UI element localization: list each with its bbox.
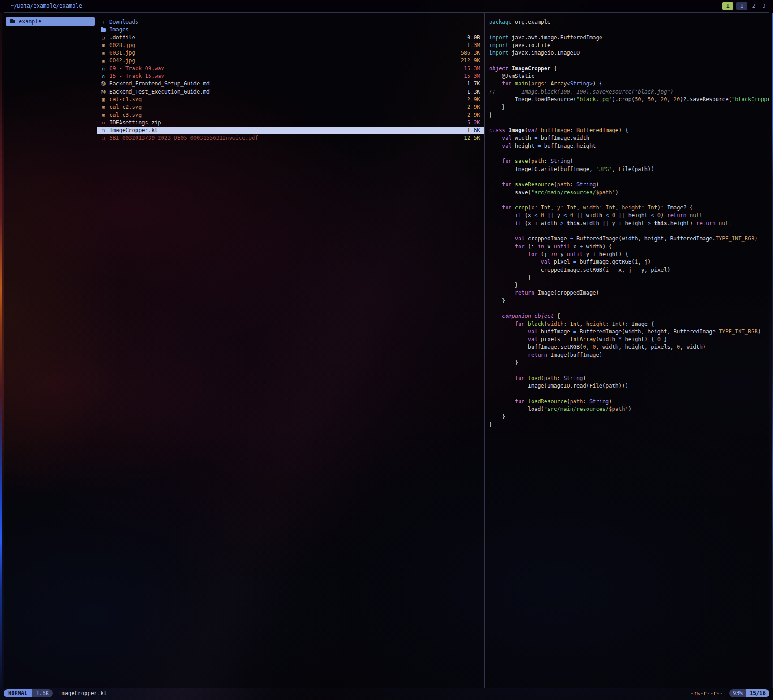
tab-2[interactable]: 1 bbox=[736, 2, 747, 10]
code-line: val pixel = buffImage.getRGB(i, j) bbox=[489, 258, 769, 266]
code-line: save("src/main/resources/$path") bbox=[489, 189, 769, 196]
top-bar: ~/Data/example/example 1123 bbox=[0, 0, 773, 12]
file-name: Downloads bbox=[109, 18, 138, 26]
code-line: } bbox=[489, 111, 769, 119]
file-name: 0042.jpg bbox=[109, 57, 135, 64]
mode-indicator: NORMAL bbox=[4, 689, 32, 697]
code-line: // Image.black(100, 100).saveResource("b… bbox=[489, 88, 769, 96]
status-left: NORMAL 1.6K ImageCropper.kt bbox=[4, 689, 107, 697]
code-line: class Image(val buffImage: BufferedImage… bbox=[489, 127, 769, 134]
file-size: 2.9K bbox=[467, 96, 480, 103]
file-row[interactable]: ⓂBackend_Frontend_Setup_Guide.md1.7K bbox=[97, 80, 484, 88]
code-line: } bbox=[489, 297, 769, 305]
code-line bbox=[489, 57, 769, 64]
file-size: 2.9K bbox=[467, 103, 480, 111]
file-row[interactable]: ▣cal-c2.svg2.9K bbox=[97, 103, 484, 111]
pdf-icon: ❏ bbox=[100, 134, 106, 142]
file-row[interactable]: ▣cal-c3.svg2.9K bbox=[97, 111, 484, 119]
file-name: 09 - Track 09.wav bbox=[109, 65, 164, 73]
code-line: package org.example bbox=[489, 18, 769, 26]
file-row[interactable]: ▣0031.jpg586.3K bbox=[97, 49, 484, 57]
code-line bbox=[489, 119, 769, 127]
image-icon: ▣ bbox=[100, 96, 106, 103]
code-line bbox=[489, 196, 769, 204]
code-line: fun crop(x: Int, y: Int, width: Int, hei… bbox=[489, 204, 769, 212]
file-size: 212.9K bbox=[461, 57, 480, 64]
file-size: 15.3M bbox=[464, 73, 480, 80]
file-row[interactable]: ∩15 - Track 15.wav15.3M bbox=[97, 73, 484, 80]
file-row[interactable]: ▣cal-c1.svg2.9K bbox=[97, 96, 484, 103]
file-list: ⇩DownloadsImages❏.dotfile0.0B▣0028.jpg1.… bbox=[97, 13, 484, 142]
code-line: Image.loadResource("black.jpg").crop(50,… bbox=[489, 96, 769, 103]
file-name: Backend_Test_Execution_Guide.md bbox=[109, 88, 210, 96]
code-line: val pixels = IntArray(width * height) { … bbox=[489, 336, 769, 343]
code-line bbox=[489, 150, 769, 158]
file-row[interactable]: Images bbox=[97, 26, 484, 34]
code-line: val buffImage = BufferedImage(width, hei… bbox=[489, 328, 769, 336]
code-line bbox=[489, 390, 769, 397]
code-line: fun save(path: String) = bbox=[489, 158, 769, 165]
code-line: ImageIO.write(buffImage, "JPG", File(pat… bbox=[489, 166, 769, 173]
file-size: 2.9K bbox=[467, 111, 480, 119]
image-icon: ▣ bbox=[100, 49, 106, 57]
tab-3[interactable]: 2 bbox=[750, 2, 757, 10]
code-line: @JvmStatic bbox=[489, 73, 769, 80]
file-row[interactable]: ∩09 - Track 09.wav15.3M bbox=[97, 65, 484, 73]
file-name: 0028.jpg bbox=[109, 42, 135, 49]
file-name: Backend_Frontend_Setup_Guide.md bbox=[109, 80, 210, 88]
code-line: return Image(buffImage) bbox=[489, 351, 769, 359]
code-line bbox=[489, 367, 769, 374]
code-line: } bbox=[489, 282, 769, 289]
file-size-indicator: 1.6K bbox=[32, 689, 53, 697]
code-line: Image(ImageIO.read(File(path))) bbox=[489, 382, 769, 390]
code-line: croppedImage.setRGB(i - x, j - y, pixel) bbox=[489, 266, 769, 274]
tab-1[interactable]: 1 bbox=[722, 2, 733, 10]
file-row[interactable]: ▣0042.jpg212.9K bbox=[97, 57, 484, 64]
file-row[interactable]: ⓂBackend_Test_Execution_Guide.md1.3K bbox=[97, 88, 484, 96]
code-line: fun loadResource(path: String) = bbox=[489, 398, 769, 405]
file-manager-panes: example ⇩DownloadsImages❏.dotfile0.0B▣00… bbox=[4, 12, 769, 688]
folder-icon bbox=[101, 28, 106, 32]
code-line bbox=[489, 173, 769, 181]
file-size: 12.5K bbox=[464, 134, 480, 142]
code-line: } bbox=[489, 274, 769, 282]
breadcrumb-path: ~/Data/example/example bbox=[11, 3, 82, 9]
code-line bbox=[489, 227, 769, 235]
audio-icon: ∩ bbox=[100, 65, 106, 73]
code-line: val height = buffImage.height bbox=[489, 142, 769, 150]
file-name: cal-c2.svg bbox=[109, 103, 142, 111]
code-line: if (x < 0 || y < 0 || width < 0 || heigh… bbox=[489, 212, 769, 219]
file-name: .dotfile bbox=[109, 34, 135, 42]
code-line: fun load(path: String) = bbox=[489, 375, 769, 382]
file-row[interactable]: ⇩Downloads bbox=[97, 18, 484, 26]
code-preview: package org.example import java.awt.imag… bbox=[485, 13, 769, 429]
file-row[interactable]: ❏.dotfile0.0B bbox=[97, 34, 484, 42]
scroll-percent: 93% bbox=[729, 689, 746, 697]
code-line: buffImage.setRGB(0, 0, width, height, pi… bbox=[489, 343, 769, 351]
code-line: val croppedImage = BufferedImage(width, … bbox=[489, 235, 769, 243]
file-size: 0.0B bbox=[467, 34, 480, 42]
audio-icon: ∩ bbox=[100, 73, 106, 80]
code-line: for (j in y until y + height) { bbox=[489, 251, 769, 258]
image-icon: ▣ bbox=[100, 111, 106, 119]
parent-item-example[interactable]: example bbox=[6, 17, 95, 26]
file-row[interactable]: ▣0028.jpg1.3M bbox=[97, 42, 484, 49]
file-row[interactable]: ⊟IDEAsettings.zip5.2K bbox=[97, 119, 484, 127]
code-line: import java.awt.image.BufferedImage bbox=[489, 34, 769, 42]
code-line: } bbox=[489, 103, 769, 111]
kotlin-file-icon: ❏ bbox=[100, 127, 106, 134]
code-line: if (x + width > this.width || y + height… bbox=[489, 220, 769, 227]
file-name: Images bbox=[109, 26, 129, 34]
file-size: 15.3M bbox=[464, 65, 480, 73]
file-list-pane: ⇩DownloadsImages❏.dotfile0.0B▣0028.jpg1.… bbox=[97, 13, 484, 688]
file-name: ImageCropper.kt bbox=[109, 127, 158, 134]
code-line: } bbox=[489, 421, 769, 428]
tab-4[interactable]: 3 bbox=[760, 2, 768, 10]
parent-item-label: example bbox=[19, 17, 42, 26]
file-row[interactable]: ❏SBI_0032013739_2023_DE05_0003155631Invo… bbox=[97, 134, 484, 142]
file-size: 1.3K bbox=[467, 88, 480, 96]
parent-directory-pane: example bbox=[4, 13, 97, 688]
file-row[interactable]: ❏ImageCropper.kt1.6K bbox=[97, 127, 484, 134]
status-right: -rw-r--r-- 93% 15/16 bbox=[691, 689, 769, 697]
code-line: val width = buffImage.width bbox=[489, 134, 769, 142]
